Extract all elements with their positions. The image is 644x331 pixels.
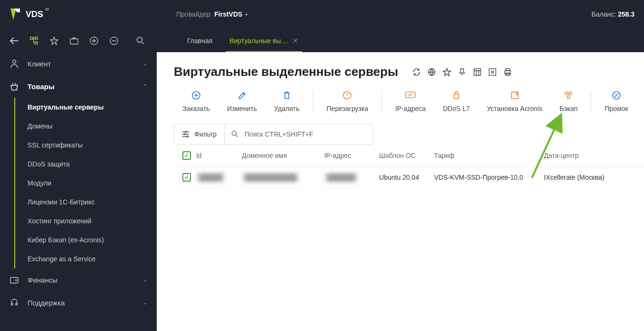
search-icon[interactable]	[136, 36, 145, 46]
tab-label: Виртуальные вы…	[229, 37, 287, 45]
balance-value: 258.3	[618, 10, 635, 18]
col-id[interactable]: Id	[196, 152, 242, 159]
col-os[interactable]: Шаблон ОС	[379, 152, 434, 159]
nav-head-support[interactable]: Поддержка ⌄	[0, 291, 157, 314]
filter-label: Фильтр	[194, 130, 217, 138]
col-domain[interactable]: Доменное имя	[242, 152, 324, 159]
action-ddos[interactable]: DDoS L7	[434, 91, 478, 112]
col-ip[interactable]: IP-адрес	[324, 152, 379, 159]
action-ip[interactable]: IP IP-адреса	[387, 91, 434, 112]
separator	[381, 91, 382, 112]
col-tariff[interactable]: Тариф	[434, 152, 544, 159]
nav-head-client[interactable]: Клиент ⌄	[0, 52, 157, 75]
chevron-down-icon[interactable]: ▾	[245, 12, 247, 17]
action-backup[interactable]: Бэкап	[551, 91, 586, 112]
globe-icon[interactable]	[427, 68, 436, 76]
nav-label: Товары	[28, 83, 55, 91]
cell-dc: IXcellerate (Москва)	[544, 174, 635, 181]
provider-name[interactable]: FirstVDS	[214, 10, 242, 18]
nav-item-virtual-servers[interactable]: Виртуальные серверы	[15, 98, 157, 117]
refresh-icon[interactable]	[412, 68, 421, 76]
columns-icon[interactable]	[473, 68, 482, 76]
logo[interactable]: VDS st	[9, 8, 43, 21]
svg-rect-2	[35, 42, 38, 44]
svg-text:IP: IP	[409, 93, 413, 97]
action-label: Заказать	[182, 105, 210, 112]
briefcase-icon[interactable]	[69, 36, 79, 46]
svg-point-31	[232, 131, 237, 136]
svg-rect-1	[35, 37, 38, 39]
export-icon[interactable]	[488, 68, 497, 76]
nav-item-backup[interactable]: Кибер Бэкап (ex-Acronis)	[15, 230, 157, 249]
row-checkbox[interactable]: ✓	[182, 173, 196, 182]
tabs: Главная Виртуальные вы… ✕	[179, 29, 307, 52]
wallet-icon	[9, 275, 21, 285]
nav-item-hosting[interactable]: Хостинг приложений	[15, 211, 157, 230]
action-acronis[interactable]: Установка Acronis	[478, 91, 551, 112]
filter-icon	[182, 130, 189, 138]
table-row[interactable]: ✓ █████ ███████████ ██████ Ubuntu 20.04 …	[174, 167, 644, 188]
ip-icon: IP	[405, 91, 416, 100]
action-promo[interactable]: Промок	[596, 91, 636, 112]
header-checkbox[interactable]: ✓	[182, 151, 196, 160]
tab-virtual-servers[interactable]: Виртуальные вы… ✕	[221, 29, 306, 52]
filter-button[interactable]: Фильтр	[174, 124, 225, 144]
cell-os: Ubuntu 20.04	[379, 174, 434, 181]
action-delete[interactable]: Удалить	[265, 91, 308, 112]
shield-lock-icon	[452, 91, 461, 100]
action-edit[interactable]: Изменить	[218, 91, 265, 112]
tree-icon[interactable]	[29, 36, 39, 46]
plus-circle-icon[interactable]	[89, 36, 99, 46]
install-icon	[510, 91, 520, 100]
star-icon[interactable]	[443, 68, 451, 76]
svg-rect-20	[454, 94, 459, 99]
action-label: Удалить	[274, 105, 299, 112]
svg-point-26	[615, 93, 616, 94]
action-order[interactable]: Заказать	[174, 91, 218, 112]
nav-item-bitrix[interactable]: Лицензии 1С-Битрикс	[15, 193, 157, 211]
svg-point-27	[617, 96, 618, 97]
table-header: ✓ Id Доменное имя IP-адрес Шаблон ОС Тар…	[174, 145, 644, 167]
top-header: VDS st Провайдер FirstVDS ▾ Баланс: 258.…	[0, 0, 644, 28]
svg-rect-3	[70, 39, 78, 44]
separator	[313, 91, 313, 112]
pin-icon[interactable]	[458, 68, 466, 76]
nav-label: Поддержка	[28, 299, 65, 307]
nav-item-ssl[interactable]: SSL сертификаты	[15, 136, 157, 155]
nav-items: Виртуальные серверы Домены SSL сертифика…	[14, 98, 157, 268]
print-icon[interactable]	[503, 68, 512, 76]
nav-item-modules[interactable]: Модули	[15, 174, 157, 193]
cell-domain: ███████████	[242, 173, 299, 182]
star-icon[interactable]	[49, 36, 59, 46]
svg-rect-11	[474, 69, 481, 75]
svg-point-23	[569, 92, 572, 95]
close-icon[interactable]: ✕	[293, 37, 298, 45]
trash-icon	[282, 91, 292, 100]
nav-item-domains[interactable]: Домены	[15, 117, 157, 136]
nav-item-ddos[interactable]: DDoS защита	[15, 155, 157, 174]
headset-icon	[9, 298, 21, 307]
title-icons	[412, 68, 512, 76]
action-label: Бэкап	[559, 105, 578, 112]
nav-group-support: Поддержка ⌄	[0, 291, 157, 314]
col-dc[interactable]: Дата-центр	[544, 152, 635, 159]
table: ✓ Id Доменное имя IP-адрес Шаблон ОС Тар…	[174, 145, 644, 188]
action-label: DDoS L7	[443, 105, 470, 112]
svg-point-7	[13, 60, 16, 64]
nav-head-finance[interactable]: Финансы ⌄	[0, 268, 157, 291]
back-icon[interactable]	[9, 36, 19, 46]
svg-point-30	[187, 136, 188, 138]
tab-home[interactable]: Главная	[179, 29, 221, 52]
action-reboot[interactable]: Перезагрузка	[318, 91, 377, 112]
svg-point-29	[184, 134, 185, 135]
minus-circle-icon[interactable]	[109, 36, 119, 46]
search-box[interactable]: Поиск CTRL+SHIFT+F	[225, 130, 373, 138]
balance: Баланс: 258.3	[592, 10, 635, 18]
svg-point-22	[565, 92, 568, 95]
cell-tariff: VDS-KVM-SSD-Прогрев-10.0	[434, 174, 544, 181]
sidebar: Клиент ⌄ Товары ⌃ Виртуальные серверы До…	[0, 52, 157, 331]
sub-header: Главная Виртуальные вы… ✕	[0, 28, 644, 52]
cell-ip: ██████	[324, 173, 359, 182]
nav-item-exchange[interactable]: Exchange as a Service	[15, 249, 157, 268]
nav-head-products[interactable]: Товары ⌃	[0, 75, 157, 98]
